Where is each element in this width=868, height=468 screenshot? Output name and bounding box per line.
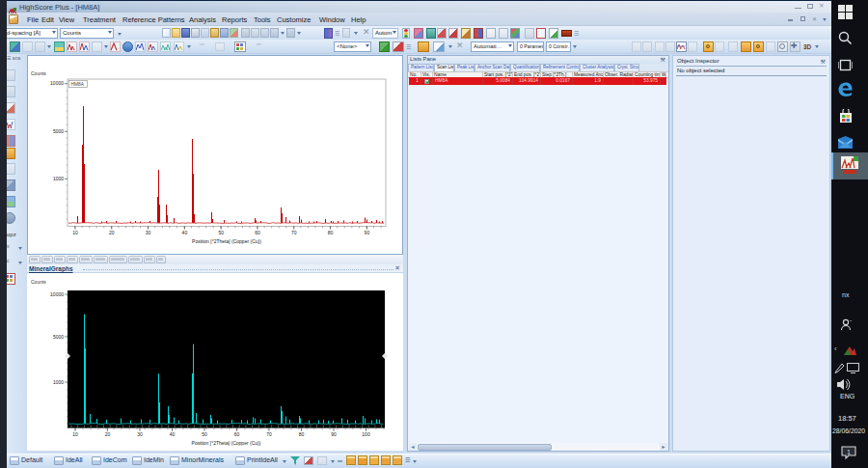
- svg-text:80: 80: [299, 431, 305, 437]
- svg-text:5000: 5000: [53, 334, 64, 340]
- svg-text:60: 60: [255, 230, 260, 235]
- svg-text:50: 50: [202, 431, 207, 437]
- svg-text:30: 30: [146, 230, 151, 235]
- svg-text:80: 80: [328, 230, 334, 235]
- svg-text:1000: 1000: [53, 176, 64, 181]
- svg-text:Counts: Counts: [31, 279, 46, 285]
- svg-text:90: 90: [331, 431, 337, 437]
- svg-text:HM8A: HM8A: [71, 82, 85, 87]
- svg-text:ˇ: ˇ: [850, 319, 852, 325]
- svg-text:40: 40: [182, 230, 188, 235]
- svg-text:5000: 5000: [53, 128, 64, 134]
- svg-text:20: 20: [109, 230, 115, 235]
- svg-text:1: 1: [847, 449, 851, 455]
- svg-text:10000: 10000: [50, 80, 64, 86]
- svg-text:1000: 1000: [53, 379, 64, 385]
- svg-text:10: 10: [72, 230, 78, 235]
- svg-text:50: 50: [218, 230, 224, 235]
- svg-text:Position [°2Theta] (Copper (Cu: Position [°2Theta] (Copper (Cu)): [192, 440, 261, 446]
- svg-text:40: 40: [170, 431, 176, 437]
- svg-text:60: 60: [234, 431, 240, 437]
- svg-text:20: 20: [105, 431, 111, 437]
- svg-text:Counts: Counts: [31, 70, 46, 76]
- svg-text:30: 30: [137, 431, 143, 437]
- svg-text:10000: 10000: [50, 291, 64, 297]
- svg-text:90: 90: [365, 230, 370, 235]
- svg-text:Position [°2Theta] (Copper (Cu: Position [°2Theta] (Copper (Cu)): [192, 238, 261, 244]
- svg-text:10: 10: [72, 431, 78, 437]
- svg-text:70: 70: [291, 230, 297, 235]
- svg-text:70: 70: [266, 431, 272, 437]
- svg-text:100: 100: [362, 431, 370, 437]
